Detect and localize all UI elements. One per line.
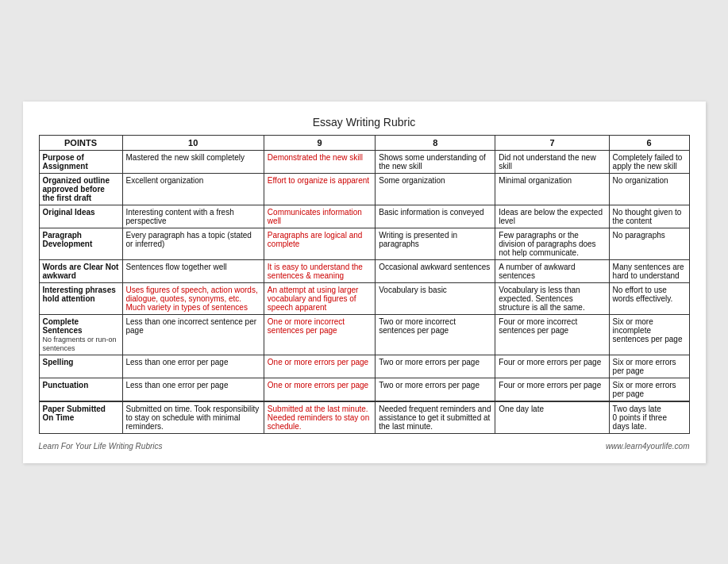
category-cell: Original Ideas xyxy=(39,205,122,228)
table-row: Organized outline approved before the fi… xyxy=(39,173,689,205)
table-row: SpellingLess than one error per pageOne … xyxy=(39,355,689,378)
header-row: POINTS109876 xyxy=(39,135,689,150)
score-cell: Less than one error per page xyxy=(122,355,264,378)
table-row: Words are Clear Not awkwardSentences flo… xyxy=(39,259,689,282)
score-cell: Submitted at the last minute. Needed rem… xyxy=(264,401,375,434)
page-title: Essay Writing Rubric xyxy=(39,116,690,129)
table-row: Paragraph DevelopmentEvery paragraph has… xyxy=(39,228,689,259)
category-cell: Spelling xyxy=(39,355,122,378)
score-cell: Four or more errors per page xyxy=(495,355,609,378)
footer-right: www.learn4yourlife.com xyxy=(606,442,690,451)
score-cell: Communicates information well xyxy=(264,205,375,228)
score-cell: Basic information is conveyed xyxy=(376,205,495,228)
category-cell: Complete SentencesNo fragments or run-on… xyxy=(39,314,122,355)
table-row: Complete SentencesNo fragments or run-on… xyxy=(39,314,689,355)
score-cell: No effort to use words effectively. xyxy=(609,282,689,314)
score-cell: Uses figures of speech, action words, di… xyxy=(122,282,264,314)
category-cell: Punctuation xyxy=(39,378,122,401)
category-cell: Interesting phrases hold attention xyxy=(39,282,122,314)
rubric-table: POINTS109876 Purpose ofAssignmentMastere… xyxy=(39,135,690,434)
category-cell: Purpose ofAssignment xyxy=(39,150,122,173)
score-cell: Four or more incorrect sentences per pag… xyxy=(495,314,609,355)
score-cell: Six or more incomplete sentences per pag… xyxy=(609,314,689,355)
score-cell: Every paragraph has a topic (stated or i… xyxy=(122,228,264,259)
score-cell: Two or more incorrect sentences per page xyxy=(376,314,495,355)
score-cell: Less than one incorrect sentence per pag… xyxy=(122,314,264,355)
score-cell: Occasional awkward sentences xyxy=(376,259,495,282)
table-row: PunctuationLess than one error per pageO… xyxy=(39,378,689,401)
score-cell: Vocabulary is less than expected. Senten… xyxy=(495,282,609,314)
score-cell: Four or more errors per page xyxy=(495,378,609,401)
score-cell: Two or more errors per page xyxy=(376,355,495,378)
score-cell: Paragraphs are logical and complete xyxy=(264,228,375,259)
score-cell: Less than one error per page xyxy=(122,378,264,401)
score-cell: Interesting content with a fresh perspec… xyxy=(122,205,264,228)
score-cell: No organization xyxy=(609,173,689,205)
score-cell: One or more incorrect sentences per page xyxy=(264,314,375,355)
score-cell: Shows some understanding of the new skil… xyxy=(376,150,495,173)
page-container: Essay Writing Rubric POINTS109876 Purpos… xyxy=(23,102,706,463)
table-row: Paper Submitted On TimeSubmitted on time… xyxy=(39,401,689,434)
score-cell: Ideas are below the expected level xyxy=(495,205,609,228)
score-cell: Completely failed to apply the new skill xyxy=(609,150,689,173)
score-cell: Many sentences are hard to understand xyxy=(609,259,689,282)
footer-left: Learn For Your Life Writing Rubrics xyxy=(39,442,163,451)
category-cell: Organized outline approved before the fi… xyxy=(39,173,122,205)
score-cell: An attempt at using larger vocabulary an… xyxy=(264,282,375,314)
score-cell: Sentences flow together well xyxy=(122,259,264,282)
score-cell: Submitted on time. Took responsibility t… xyxy=(122,401,264,434)
table-row: Interesting phrases hold attentionUses f… xyxy=(39,282,689,314)
category-cell: Paper Submitted On Time xyxy=(39,401,122,434)
score-cell: Minimal organization xyxy=(495,173,609,205)
score-cell: Two days late0 points if three days late… xyxy=(609,401,689,434)
score-cell: Six or more errors per page xyxy=(609,378,689,401)
score-cell: No paragraphs xyxy=(609,228,689,259)
score-cell: No thought given to the content xyxy=(609,205,689,228)
score-cell: Writing is presented in paragraphs xyxy=(376,228,495,259)
score-cell: Some organization xyxy=(376,173,495,205)
score-cell: One day late xyxy=(495,401,609,434)
score-cell: Demonstrated the new skill xyxy=(264,150,375,173)
score-cell: A number of awkward sentences xyxy=(495,259,609,282)
category-cell: Paragraph Development xyxy=(39,228,122,259)
score-cell: Did not understand the new skill xyxy=(495,150,609,173)
score-cell: One or more errors per page xyxy=(264,355,375,378)
score-cell: Needed frequent reminders and assistance… xyxy=(376,401,495,434)
score-cell: Vocabulary is basic xyxy=(376,282,495,314)
score-cell: One or more errors per page xyxy=(264,378,375,401)
score-cell: Six or more errors per page xyxy=(609,355,689,378)
score-cell: It is easy to understand the sentences &… xyxy=(264,259,375,282)
score-cell: Mastered the new skill completely xyxy=(122,150,264,173)
score-cell: Excellent organization xyxy=(122,173,264,205)
table-row: Purpose ofAssignmentMastered the new ski… xyxy=(39,150,689,173)
footer: Learn For Your Life Writing Rubrics www.… xyxy=(39,442,690,451)
table-row: Original IdeasInteresting content with a… xyxy=(39,205,689,228)
score-cell: Two or more errors per page xyxy=(376,378,495,401)
score-cell: Effort to organize is apparent xyxy=(264,173,375,205)
category-cell: Words are Clear Not awkward xyxy=(39,259,122,282)
score-cell: Few paragraphs or the division of paragr… xyxy=(495,228,609,259)
